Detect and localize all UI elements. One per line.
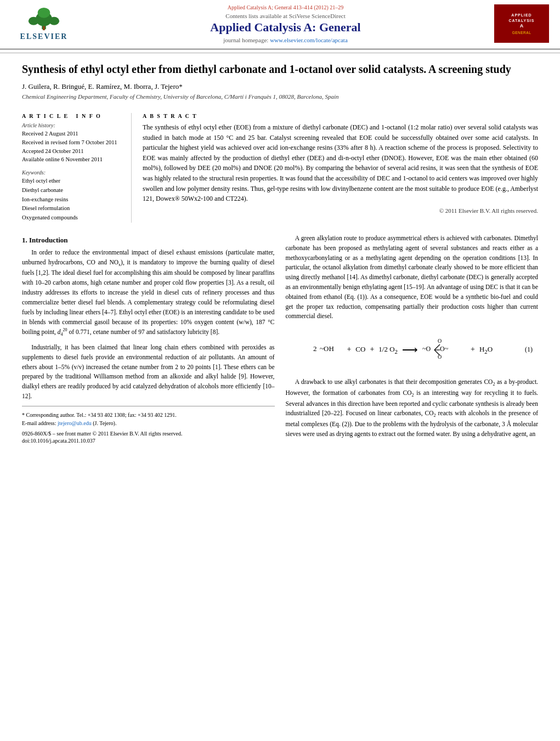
abstract-header: A B S T R A C T bbox=[143, 113, 538, 119]
plus-2: + bbox=[370, 345, 374, 354]
accepted-date: Accepted 24 October 2011 bbox=[22, 147, 123, 156]
available-date: Available online 6 November 2011 bbox=[22, 155, 123, 164]
doi-text: doi:10.1016/j.apcata.2011.10.037 bbox=[22, 438, 275, 444]
chem-o2: 1/2 O2 bbox=[378, 345, 398, 355]
abstract-column: A B S T R A C T The synthesis of ethyl o… bbox=[143, 113, 538, 223]
dec-svg: ~O O O O~ bbox=[422, 335, 466, 362]
svg-text:GENERAL: GENERAL bbox=[512, 31, 531, 35]
contents-text: Contents lists available at SciVerse Sci… bbox=[225, 13, 345, 19]
keywords-label: Keywords: bbox=[22, 169, 123, 176]
chem-dec: ~O O O O~ bbox=[422, 335, 466, 364]
journal-homepage-link[interactable]: www.elsevier.com/locate/apcata bbox=[270, 37, 348, 43]
svg-text:O: O bbox=[438, 338, 442, 344]
svg-text:O: O bbox=[438, 354, 442, 360]
keyword-2: Diethyl carbonate bbox=[22, 186, 123, 195]
keyword-5: Oxygenated compounds bbox=[22, 213, 123, 223]
article-authors: J. Guilera, R. Bringué, E. Ramírez, M. I… bbox=[22, 82, 538, 91]
svg-point-4 bbox=[38, 7, 50, 18]
svg-text:2: 2 bbox=[313, 344, 317, 353]
keyword-4: Diesel reformulation bbox=[22, 204, 123, 213]
footnote-email-link[interactable]: jtejero@ub.edu bbox=[58, 420, 92, 426]
svg-text:~OH: ~OH bbox=[320, 344, 334, 353]
chem-etoh: 2 ~OH bbox=[312, 335, 342, 364]
article-history-label: Article history: bbox=[22, 122, 123, 128]
copyright-line: © 2011 Elsevier B.V. All rights reserved… bbox=[143, 207, 538, 214]
equation-number: (1) bbox=[519, 346, 533, 354]
intro-para-1: In order to reduce the environmental imp… bbox=[22, 248, 275, 338]
issn-text: 0926-860X/$ – see front matter © 2011 El… bbox=[22, 431, 275, 437]
journal-homepage: journal homepage: www.elsevier.com/locat… bbox=[88, 37, 483, 43]
elsevier-tree-icon bbox=[22, 7, 66, 31]
footnote-email-suffix: (J. Tejero). bbox=[93, 420, 116, 426]
article-header: Synthesis of ethyl octyl ether from diet… bbox=[0, 53, 560, 113]
journal-info: Applied Catalysis A; General 413–414 (20… bbox=[77, 4, 494, 43]
contents-line: Contents lists available at SciVerse Sci… bbox=[88, 13, 483, 19]
plus-1: + bbox=[347, 345, 351, 354]
svg-point-3 bbox=[49, 16, 59, 25]
header-top: ELSEVIER Applied Catalysis A; General 41… bbox=[11, 4, 549, 43]
footnote-divider bbox=[22, 406, 275, 406]
svg-text:O~: O~ bbox=[440, 345, 449, 353]
plus-3: + bbox=[471, 345, 475, 354]
elsevier-logo: ELSEVIER bbox=[11, 4, 77, 43]
equation-1: 2 ~OH + CO + 1/2 O2 ⟶ bbox=[286, 327, 539, 372]
right-para-2: A drawback to use alkyl carbonates is th… bbox=[286, 377, 539, 439]
page-header: ELSEVIER Applied Catalysis A; General 41… bbox=[0, 0, 560, 46]
ethanol-svg: 2 ~OH bbox=[312, 335, 342, 362]
received-date: Received 2 August 2011 bbox=[22, 129, 123, 138]
article-affiliation: Chemical Engineering Department, Faculty… bbox=[22, 93, 538, 100]
footnote-star: * Corresponding author. Tel.: +34 93 402… bbox=[22, 411, 275, 419]
article-history: Article history: Received 2 August 2011 … bbox=[22, 122, 123, 164]
intro-heading: 1. Introduction bbox=[22, 236, 275, 245]
footnote-email-label: E-mail address: bbox=[22, 420, 56, 426]
svg-rect-5 bbox=[43, 26, 45, 30]
catalysis-logo-inner: APPLIED CATALYSIS A GENERAL bbox=[495, 5, 548, 42]
journal-title: Applied Catalysis A: General bbox=[88, 20, 483, 35]
elsevier-label: ELSEVIER bbox=[20, 32, 68, 41]
article-title: Synthesis of ethyl octyl ether from diet… bbox=[22, 62, 538, 77]
catalysis-logo: APPLIED CATALYSIS A GENERAL bbox=[494, 4, 549, 43]
svg-point-2 bbox=[29, 16, 39, 25]
main-content: 1. Introduction In order to reduce the e… bbox=[0, 228, 560, 449]
catalysis-logo-icon: APPLIED CATALYSIS A GENERAL bbox=[500, 9, 544, 39]
keywords-section: Keywords: Ethyl octyl ether Diethyl carb… bbox=[22, 169, 123, 223]
right-para-1: A green alkylation route to produce asym… bbox=[286, 234, 539, 321]
article-meta-section: A R T I C L E I N F O Article history: R… bbox=[0, 113, 560, 223]
received-revised-date: Received in revised form 7 October 2011 bbox=[22, 138, 123, 147]
svg-text:~O: ~O bbox=[422, 345, 431, 353]
chem-co: CO bbox=[355, 345, 365, 354]
svg-line-14 bbox=[434, 344, 440, 350]
svg-text:A: A bbox=[520, 23, 524, 29]
svg-text:APPLIED: APPLIED bbox=[511, 13, 531, 17]
chem-water: H2O bbox=[479, 345, 493, 355]
article-info-column: A R T I C L E I N F O Article history: R… bbox=[22, 113, 132, 223]
page-wrapper: ELSEVIER Applied Catalysis A; General 41… bbox=[0, 0, 560, 741]
intro-para-2: Industrially, it has been claimed that l… bbox=[22, 343, 275, 401]
main-content-right: A green alkylation route to produce asym… bbox=[286, 234, 539, 444]
abstract-text: The synthesis of ethyl octyl ether (EOE)… bbox=[143, 122, 538, 204]
keyword-1: Ethyl octyl ether bbox=[22, 177, 123, 186]
equation-content: 2 ~OH + CO + 1/2 O2 ⟶ bbox=[291, 335, 514, 364]
footnote-email: E-mail address: jtejero@ub.edu (J. Tejer… bbox=[22, 419, 275, 427]
main-content-left: 1. Introduction In order to reduce the e… bbox=[22, 234, 275, 444]
doi-label: doi:10.1016/j.apcata.2011.10.037 bbox=[22, 438, 95, 444]
journal-ref: Applied Catalysis A; General 413–414 (20… bbox=[88, 4, 483, 10]
header-divider bbox=[0, 49, 560, 49]
article-info-header: A R T I C L E I N F O bbox=[22, 113, 123, 119]
reaction-arrow: ⟶ bbox=[402, 343, 418, 356]
keyword-3: Ion-exchange resins bbox=[22, 195, 123, 205]
journal-homepage-label: journal homepage: bbox=[223, 37, 268, 43]
svg-text:CATALYSIS: CATALYSIS bbox=[509, 19, 535, 22]
